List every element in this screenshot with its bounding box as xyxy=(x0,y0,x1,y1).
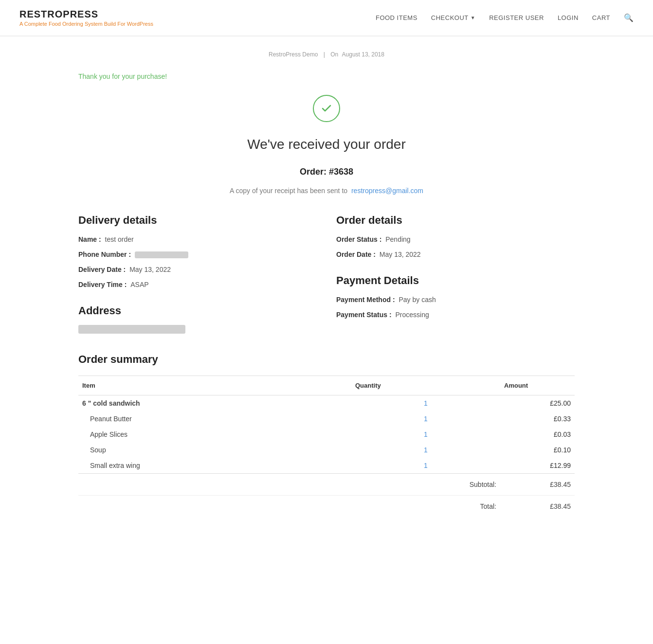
receipt-email-line: A copy of your receipt has been sent to … xyxy=(78,187,575,195)
item-name: Small extra wing xyxy=(78,458,351,473)
total-label: Total: xyxy=(351,496,500,518)
table-row: Peanut Butter1£0.33 xyxy=(78,411,575,427)
main-content: RestroPress Demo | On August 13, 2018 Th… xyxy=(59,36,594,546)
table-row: Small extra wing1£12.99 xyxy=(78,458,575,473)
item-quantity: 1 xyxy=(351,395,500,411)
nav-register-user[interactable]: REGISTER USER xyxy=(489,14,544,21)
search-icon[interactable]: 🔍 xyxy=(624,13,634,22)
order-details-title: Order details xyxy=(336,214,575,227)
details-grid: Delivery details Name : test order Phone… xyxy=(78,214,575,334)
meta-date-prefix: On xyxy=(330,51,338,58)
delivery-time-row: Delivery Time : ASAP xyxy=(78,280,317,290)
total-row: Total: £38.45 xyxy=(78,496,575,518)
item-quantity: 1 xyxy=(351,427,500,442)
logo-title: RESTROPRESS xyxy=(19,9,153,20)
table-row: Soup1£0.10 xyxy=(78,442,575,458)
order-summary-title: Order summary xyxy=(78,353,575,366)
item-amount: £0.33 xyxy=(500,411,575,427)
table-header-row: Item Quantity Amount xyxy=(78,376,575,395)
item-amount: £12.99 xyxy=(500,458,575,473)
check-circle xyxy=(313,95,340,122)
subtotal-row: Subtotal: £38.45 xyxy=(78,474,575,496)
post-meta: RestroPress Demo | On August 13, 2018 xyxy=(78,51,575,58)
nav-cart[interactable]: CART xyxy=(592,14,610,21)
checkout-chevron-icon: ▼ xyxy=(471,15,475,20)
address-redacted xyxy=(78,325,185,334)
delivery-name-row: Name : test order xyxy=(78,234,317,245)
col-amount-header: Amount xyxy=(500,376,575,395)
item-name: 6 " cold sandwich xyxy=(78,395,351,411)
item-quantity: 1 xyxy=(351,442,500,458)
order-table: Item Quantity Amount 6 " cold sandwich1£… xyxy=(78,376,575,517)
nav-login[interactable]: LOGIN xyxy=(558,14,579,21)
delivery-details-title: Delivery details xyxy=(78,214,317,227)
address-title: Address xyxy=(78,304,317,317)
nav-checkout[interactable]: CHECKOUT ▼ xyxy=(431,14,475,21)
item-name: Soup xyxy=(78,442,351,458)
thankyou-message: Thank you for your purchase! xyxy=(78,72,575,80)
meta-author: RestroPress Demo xyxy=(269,51,318,58)
order-date-row: Order Date : May 13, 2022 xyxy=(336,250,575,260)
subtotal-label: Subtotal: xyxy=(351,474,500,496)
table-row: Apple Slices1£0.03 xyxy=(78,427,575,442)
meta-date: August 13, 2018 xyxy=(342,51,384,58)
nav-food-items[interactable]: FOOD ITEMS xyxy=(376,14,417,21)
table-row: 6 " cold sandwich1£25.00 xyxy=(78,395,575,411)
site-header: RESTROPRESS A Complete Food Ordering Sys… xyxy=(0,0,653,36)
item-amount: £0.03 xyxy=(500,427,575,442)
delivery-phone-row: Phone Number : xyxy=(78,250,317,260)
main-nav: FOOD ITEMS CHECKOUT ▼ REGISTER USER LOGI… xyxy=(376,13,634,22)
order-number: Order: #3638 xyxy=(78,167,575,177)
order-status-row: Order Status : Pending xyxy=(336,234,575,245)
payment-status-row: Payment Status : Processing xyxy=(336,310,575,320)
payment-method-row: Payment Method : Pay by cash xyxy=(336,295,575,305)
left-column: Delivery details Name : test order Phone… xyxy=(78,214,317,334)
order-received-title: We've received your order xyxy=(78,137,575,152)
success-icon-wrap xyxy=(78,95,575,122)
logo-subtitle: A Complete Food Ordering System Build Fo… xyxy=(19,21,153,27)
logo: RESTROPRESS A Complete Food Ordering Sys… xyxy=(19,9,153,27)
item-name: Peanut Butter xyxy=(78,411,351,427)
phone-redacted xyxy=(135,251,188,258)
item-amount: £0.10 xyxy=(500,442,575,458)
right-column: Order details Order Status : Pending Ord… xyxy=(336,214,575,334)
item-amount: £25.00 xyxy=(500,395,575,411)
item-quantity: 1 xyxy=(351,411,500,427)
item-name: Apple Slices xyxy=(78,427,351,442)
receipt-email-link[interactable]: restropress@gmail.com xyxy=(351,187,423,195)
col-item-header: Item xyxy=(78,376,351,395)
total-value: £38.45 xyxy=(500,496,575,518)
item-quantity: 1 xyxy=(351,458,500,473)
delivery-date-row: Delivery Date : May 13, 2022 xyxy=(78,265,317,275)
subtotal-value: £38.45 xyxy=(500,474,575,496)
col-quantity-header: Quantity xyxy=(351,376,500,395)
payment-details-title: Payment Details xyxy=(336,274,575,287)
checkmark-icon xyxy=(321,103,332,114)
